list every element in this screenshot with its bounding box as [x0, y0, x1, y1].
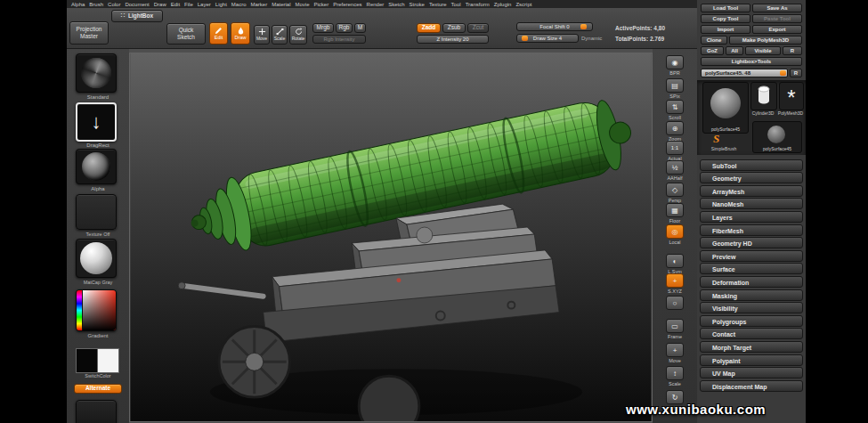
load-tool-button[interactable]: Load Tool	[701, 4, 750, 12]
zcut-button[interactable]: Zcut	[467, 23, 489, 33]
menu-item-render[interactable]: Render	[367, 2, 385, 7]
zsub-button[interactable]: Zsub	[442, 23, 466, 33]
texture-selector[interactable]	[76, 194, 117, 230]
projection-master-button[interactable]: Projection Master	[69, 21, 109, 45]
edit-button[interactable]: Edit	[209, 22, 228, 45]
menu-item-color[interactable]: Color	[108, 2, 120, 7]
alpha-selector[interactable]	[76, 149, 117, 184]
menu-item-marker[interactable]: Marker	[250, 2, 267, 7]
lightbox-button[interactable]: ∷ LightBox	[111, 10, 163, 22]
move-shelf-icon[interactable]: +	[666, 343, 684, 357]
rgb-intensity-slider[interactable]: Rgb Intensity	[312, 35, 366, 44]
tool-section-layers[interactable]: Layers	[700, 211, 803, 223]
menu-item-material[interactable]: Material	[272, 2, 290, 7]
aahalf-icon[interactable]: ½	[666, 160, 684, 175]
hue-strip[interactable]	[77, 290, 82, 330]
tool-section-subtool[interactable]: SubTool	[700, 159, 803, 171]
rgb-button[interactable]: Rgb	[336, 23, 353, 33]
scale-shelf-icon[interactable]: ↕	[666, 366, 684, 380]
draw-size-knob[interactable]	[522, 36, 528, 41]
goz-all-button[interactable]: All	[726, 46, 743, 55]
move-button[interactable]: Move	[254, 25, 270, 45]
sxyz-icon[interactable]: +	[666, 273, 684, 288]
menu-item-zplugin[interactable]: Zplugin	[494, 2, 512, 7]
import-button[interactable]: Import	[701, 25, 750, 34]
export-button[interactable]: Export	[752, 25, 802, 34]
menu-item-tool[interactable]: Tool	[451, 2, 461, 7]
spix-icon[interactable]: ▤	[666, 78, 684, 93]
tool-section-surface[interactable]: Surface	[700, 263, 803, 274]
bottom-partial-thumb[interactable]	[76, 400, 117, 423]
paste-tool-button[interactable]: Paste Tool	[752, 14, 802, 23]
pivot-icon[interactable]: ○	[666, 296, 684, 310]
zoom-icon[interactable]: ⊕	[666, 121, 684, 135]
draw-size-slider[interactable]: Draw Size 4	[516, 34, 579, 43]
copy-tool-button[interactable]: Copy Tool	[701, 14, 750, 23]
tool-section-uv-map[interactable]: UV Map	[700, 367, 803, 378]
floor-icon[interactable]: ▦	[666, 203, 684, 217]
persp-icon[interactable]: ◇	[666, 183, 684, 197]
material-selector[interactable]	[76, 239, 117, 278]
z-intensity-slider[interactable]: Z Intensity 20	[417, 35, 489, 44]
m-button[interactable]: M	[354, 23, 366, 33]
active-tool-thumb[interactable]: polySurface45	[702, 82, 749, 134]
clone-button[interactable]: Clone	[701, 36, 727, 45]
menu-item-picker[interactable]: Picker	[314, 2, 329, 7]
tool-section-masking[interactable]: Masking	[700, 289, 803, 301]
tool-section-geometry[interactable]: Geometry	[700, 172, 803, 183]
menu-item-document[interactable]: Document	[125, 2, 149, 7]
tool-section-contact[interactable]: Contact	[700, 328, 803, 339]
tool-section-polygroups[interactable]: Polygroups	[700, 315, 803, 327]
scroll-icon[interactable]: ⇅	[666, 100, 684, 114]
tool-r-button[interactable]: R	[790, 69, 802, 77]
scale-button[interactable]: Scale	[272, 25, 288, 45]
tool-section-displacement-map[interactable]: Displacement Map	[700, 380, 803, 392]
tool-section-preview[interactable]: Preview	[700, 250, 803, 262]
menu-item-edit[interactable]: Edit	[171, 2, 180, 7]
menu-item-alpha[interactable]: Alpha	[71, 2, 85, 7]
draw-button[interactable]: Draw	[231, 22, 250, 45]
goz-button[interactable]: GoZ	[701, 46, 724, 55]
alternate-button[interactable]: Alternate	[74, 384, 122, 394]
menu-item-brush[interactable]: Brush	[89, 2, 103, 7]
save-as-button[interactable]: Save As	[752, 4, 802, 12]
brush-selector[interactable]	[76, 53, 117, 93]
tool-name-slider[interactable]: polySurface45. 48	[701, 69, 788, 77]
menu-item-texture[interactable]: Texture	[429, 2, 447, 7]
make-polymesh3d-button[interactable]: Make PolyMesh3D	[729, 36, 802, 45]
mrgb-button[interactable]: Mrgb	[312, 23, 334, 33]
menu-item-sketch[interactable]: Sketch	[388, 2, 404, 7]
menu-item-light[interactable]: Light	[215, 2, 227, 7]
tool-section-visibility[interactable]: Visibility	[700, 302, 803, 313]
tool-section-nanomesh[interactable]: NanoMesh	[700, 198, 803, 209]
menu-item-layer[interactable]: Layer	[198, 2, 211, 7]
sv-square[interactable]	[83, 290, 116, 330]
menu-item-stroke[interactable]: Stroke	[410, 2, 425, 7]
focal-shift-slider[interactable]: Focal Shift 0	[516, 22, 593, 31]
tool-section-polypaint[interactable]: Polypaint	[700, 354, 803, 366]
lsym-icon[interactable]: ◐	[666, 254, 684, 268]
color-picker[interactable]	[76, 289, 117, 331]
main-color-swatch[interactable]	[76, 348, 99, 373]
bpr-icon[interactable]: ◉	[666, 55, 684, 69]
local-icon[interactable]: ◎	[666, 224, 684, 239]
menu-item-file[interactable]: File	[184, 2, 193, 7]
cylinder3d-thumb[interactable]	[750, 82, 777, 110]
tool-section-geometry-hd[interactable]: Geometry HD	[700, 237, 803, 248]
tool-section-fibermesh[interactable]: FiberMesh	[700, 224, 803, 236]
viewport-3d[interactable]	[129, 49, 653, 423]
tool-section-deformation[interactable]: Deformation	[700, 276, 803, 288]
menu-item-macro[interactable]: Macro	[231, 2, 247, 7]
simplebrush-icon[interactable]: S	[713, 132, 719, 146]
rotate-button[interactable]: Rotate	[289, 25, 307, 45]
menu-item-zscript[interactable]: Zscript	[515, 2, 531, 7]
stroke-selector[interactable]: ↓	[76, 102, 117, 142]
focal-shift-knob[interactable]	[580, 24, 587, 29]
frame-icon[interactable]: ▭	[666, 319, 684, 333]
menu-item-movie[interactable]: Movie	[296, 2, 310, 7]
polymesh3d-thumb[interactable]: *	[779, 82, 804, 110]
menu-item-draw[interactable]: Draw	[154, 2, 166, 7]
secondary-color-swatch[interactable]	[97, 348, 119, 373]
goz-visible-button[interactable]: Visible	[745, 46, 781, 55]
quick-sketch-button[interactable]: Quick Sketch	[166, 23, 206, 45]
